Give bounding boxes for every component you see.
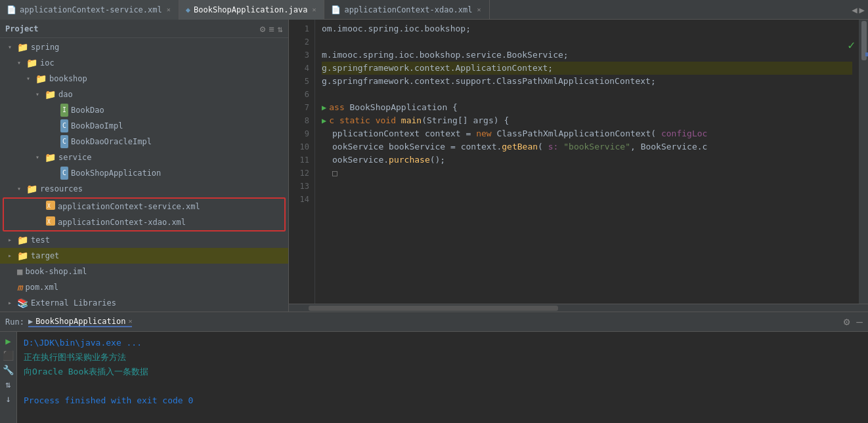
iml-icon: ■ xyxy=(17,265,22,278)
tree-item-bookdao[interactable]: I BookDao xyxy=(0,102,288,118)
project-icon-gear[interactable]: ⚙ xyxy=(260,24,265,34)
line-indicator xyxy=(865,52,868,56)
code-line-1: om.imooc.spring.ioc.bookshop; xyxy=(322,22,852,35)
arrow-ioc: ▾ xyxy=(17,56,26,70)
tab-appcontext-xdao[interactable]: 📄 applicationContext-xdao.xml ✕ xyxy=(324,0,489,20)
code-line-9: pplicationContext context = new ClassPat… xyxy=(322,127,852,140)
run-export-btn[interactable]: ↓ xyxy=(5,393,11,404)
tabs-right-controls: ◀ ▶ xyxy=(852,5,868,15)
tree-item-external-libs[interactable]: ▸ 📚 External Libraries xyxy=(0,295,288,311)
label-bookdaoimpl: BookDaoImpl xyxy=(71,119,123,132)
folder-icon-test: 📁 xyxy=(17,233,28,247)
editor-content[interactable]: 1234 5678 9101112 1314 om.imooc.spring.i… xyxy=(289,20,868,304)
run-settings-icon[interactable]: ⚙ xyxy=(844,315,850,328)
tree-item-test[interactable]: ▸ 📁 test xyxy=(0,232,288,248)
output-line-3: 向Oracle Book表插入一条数据 xyxy=(24,365,861,379)
tree-item-bookdaooracleimpl[interactable]: C BookDaoOracleImpl xyxy=(0,134,288,150)
run-label: Run: xyxy=(5,317,24,327)
tree-item-resources[interactable]: ▾ 📁 resources xyxy=(0,181,288,197)
svg-text:X: X xyxy=(47,203,51,209)
tab-close[interactable]: ✕ xyxy=(165,5,172,14)
tree-item-appcontext-service[interactable]: X applicationContext-service.xml xyxy=(4,199,284,214)
arrow-service: ▾ xyxy=(35,151,45,164)
project-title: Project xyxy=(5,24,39,33)
project-icon-filter[interactable]: ⇅ xyxy=(278,24,283,34)
run-play-btn[interactable]: ▶ xyxy=(5,336,11,346)
class-icon-bookdaoimpl: C xyxy=(60,119,68,132)
main-area: Project ⚙ ≡ ⇅ ▾ 📁 spring ▾ 📁 ioc xyxy=(0,20,868,312)
tree-item-bookshop-iml[interactable]: ■ book-shop.iml xyxy=(0,264,288,279)
java-file-icon: ◆ xyxy=(186,5,190,14)
folder-icon-bookshop: 📁 xyxy=(35,72,47,85)
arrow-dao: ▾ xyxy=(35,88,45,101)
label-bookshop: bookshop xyxy=(49,72,87,85)
tree-item-bookshop[interactable]: ▾ 📁 bookshop xyxy=(0,71,288,87)
label-external-libs: External Libraries xyxy=(31,296,116,310)
tab-scroll-left[interactable]: ◀ xyxy=(852,5,857,15)
label-bookdaooracleimpl: BookDaoOracleImpl xyxy=(71,135,152,148)
project-icon-sort[interactable]: ≡ xyxy=(269,24,274,34)
tab-close-xdao[interactable]: ✕ xyxy=(476,5,483,14)
tree-item-bookshopapplication[interactable]: C BookShopApplication xyxy=(0,165,288,181)
output-line-5: Process finished with exit code 0 xyxy=(24,393,861,408)
run-toolbar: Run: ▶ BookShopApplication ✕ ⚙ — xyxy=(0,312,868,332)
tree-item-spring[interactable]: ▾ 📁 spring xyxy=(0,39,288,55)
label-ioc: ioc xyxy=(40,56,54,70)
tree-item-dao[interactable]: ▾ 📁 dao xyxy=(0,87,288,102)
pom-icon: m xyxy=(17,281,22,294)
line12-block-close: □ xyxy=(332,167,337,180)
tree-item-service[interactable]: ▾ 📁 service xyxy=(0,150,288,165)
run-side-toolbar: ▶ ⬛ 🔧 ⇅ ↓ xyxy=(0,332,17,423)
label-target: target xyxy=(31,249,59,262)
run-tab-close[interactable]: ✕ xyxy=(128,317,132,325)
run-rerun-btn[interactable]: 🔧 xyxy=(3,365,14,375)
line-numbers: 1234 5678 9101112 1314 xyxy=(289,20,315,304)
code-line-11: ookService.purchase(); xyxy=(322,153,852,167)
folder-icon-dao: 📁 xyxy=(45,88,56,101)
code-line-14 xyxy=(322,193,852,206)
run-scroll-btn[interactable]: ⇅ xyxy=(5,379,11,390)
run-stop-btn[interactable]: ⬛ xyxy=(3,350,14,361)
project-panel: Project ⚙ ≡ ⇅ ▾ 📁 spring ▾ 📁 ioc xyxy=(0,20,289,312)
editor-scrollbar[interactable] xyxy=(859,20,868,304)
label-appcontext-xdao: applicationContext-xdao.xml xyxy=(58,216,186,229)
tab-bookshopapplication[interactable]: ◆ BookShopApplication.java ✕ xyxy=(179,0,325,20)
xml-file-icon-2: 📄 xyxy=(331,5,341,14)
check-icon: ✓ xyxy=(848,38,855,52)
code-line-2 xyxy=(322,35,852,49)
editor-hscrollbar[interactable] xyxy=(289,304,868,312)
svg-text:X: X xyxy=(47,219,51,225)
tree-item-ioc[interactable]: ▾ 📁 ioc xyxy=(0,55,288,71)
label-bookdao: BookDao xyxy=(71,104,104,117)
tree-item-bookdaoimpl[interactable]: C BookDaoImpl xyxy=(0,118,288,134)
run-tab-icon: ▶ xyxy=(28,317,33,326)
bottom-panel: Run: ▶ BookShopApplication ✕ ⚙ — ▶ ⬛ 🔧 ⇅… xyxy=(0,312,868,423)
xml-icon-appcontext-xdao: X xyxy=(46,216,55,229)
code-line-12: □ xyxy=(322,167,852,180)
run-collapse-icon[interactable]: — xyxy=(856,315,863,328)
label-spring: spring xyxy=(31,41,59,54)
tab-scroll-right[interactable]: ▶ xyxy=(859,5,865,15)
tab-appcontext-service[interactable]: 📄 applicationContext-service.xml ✕ xyxy=(0,0,179,20)
run-tab-bookshopapp[interactable]: ▶ BookShopApplication ✕ xyxy=(28,317,133,327)
tree-item-target[interactable]: ▸ 📁 target xyxy=(0,248,288,264)
folder-icon-spring: 📁 xyxy=(17,41,28,54)
arrow-bookshop: ▾ xyxy=(26,72,35,85)
label-pom: pom.xml xyxy=(25,281,58,294)
run-arrow-7[interactable]: ▶ xyxy=(322,101,326,114)
arrow-test: ▸ xyxy=(8,233,17,247)
output-line-2: 正在执行图书采购业务方法 xyxy=(24,350,861,365)
code-line-7: ▶ ass BookShopApplication { xyxy=(322,101,852,114)
run-output: D:\JDK\bin\java.exe ... 正在执行图书采购业务方法 向Or… xyxy=(17,332,868,423)
tree-item-appcontext-xdao[interactable]: X applicationContext-xdao.xml xyxy=(4,214,284,230)
tab-label-xdao: applicationContext-xdao.xml xyxy=(344,5,472,14)
code-content: om.imooc.spring.ioc.bookshop; m.imooc.sp… xyxy=(315,20,859,304)
label-test: test xyxy=(31,233,50,247)
folder-icon-target: 📁 xyxy=(17,249,28,262)
hscrollbar-thumb xyxy=(309,306,558,311)
tree-item-pom[interactable]: m pom.xml xyxy=(0,279,288,295)
tab-close-active[interactable]: ✕ xyxy=(311,5,317,14)
run-output-area: ▶ ⬛ 🔧 ⇅ ↓ D:\JDK\bin\java.exe ... 正在执行图书… xyxy=(0,332,868,423)
run-arrow-8[interactable]: ▶ xyxy=(322,114,326,127)
interface-icon-bookdao: I xyxy=(60,104,68,117)
